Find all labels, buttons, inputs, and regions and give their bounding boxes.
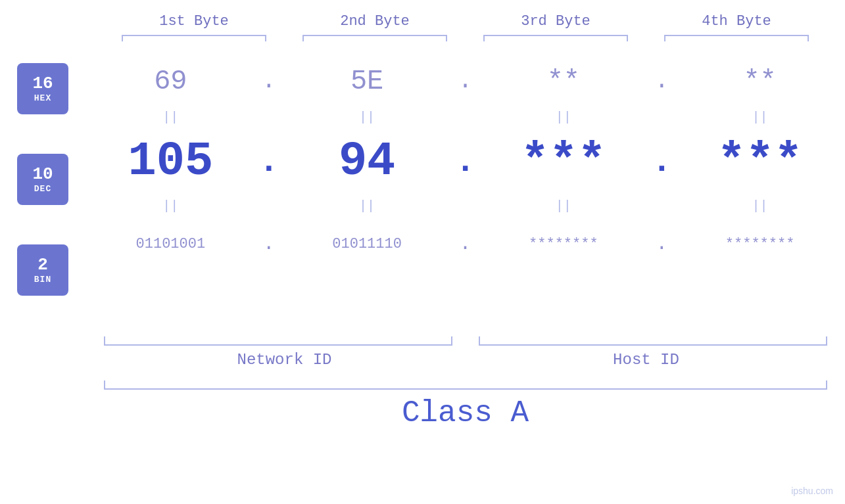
equals-2: || [282, 110, 452, 125]
equals-7: || [479, 198, 649, 214]
dec-cell-3: *** [479, 135, 649, 189]
bin-cell-4: ******** [675, 236, 845, 252]
dec-val-4: *** [717, 135, 803, 189]
main-container: 1st Byte 2nd Byte 3rd Byte 4th Byte 16 H… [0, 0, 845, 504]
hex-dot-2: . [452, 68, 479, 95]
byte-header-1: 1st Byte [104, 13, 285, 30]
bin-dot-2: . [452, 233, 479, 255]
dec-val-1: 105 [128, 135, 214, 189]
dec-val-3: *** [521, 135, 606, 189]
equals-6: || [282, 198, 452, 214]
hex-row: 69 . 5E . ** . ** [85, 57, 845, 106]
byte-headers: 1st Byte 2nd Byte 3rd Byte 4th Byte [104, 13, 827, 30]
dec-cell-1: 105 [85, 135, 256, 189]
bin-val-2: 01011110 [332, 236, 402, 252]
dec-dot-2: . [452, 143, 479, 181]
bin-dot-1: . [256, 233, 282, 255]
bracket-labels-area: Network ID Host ID Class A [104, 336, 827, 430]
dec-val-2: 94 [339, 135, 395, 189]
dec-cell-4: *** [675, 135, 845, 189]
host-bracket-line [479, 336, 827, 346]
dec-dot-1: . [256, 143, 282, 181]
dec-cell-2: 94 [282, 135, 452, 189]
bin-row: 01101001 . 01011110 . ******** . *******… [85, 218, 845, 270]
bin-cell-1: 01101001 [85, 236, 256, 252]
bin-cell-3: ******** [479, 236, 649, 252]
equals-5: || [85, 198, 256, 214]
byte-header-3: 3rd Byte [466, 13, 646, 30]
byte-header-4: 4th Byte [646, 13, 827, 30]
hex-badge-num: 16 [32, 74, 53, 93]
bin-badge-label: BIN [34, 275, 51, 285]
bracket-gap [452, 336, 479, 346]
equals-4: || [675, 110, 845, 125]
bracket-line-3 [483, 35, 628, 41]
values-grid: 69 . 5E . ** . ** || || [85, 57, 845, 275]
hex-cell-1: 69 [85, 66, 256, 97]
class-label: Class A [104, 396, 827, 430]
hex-cell-3: ** [479, 66, 649, 97]
dec-badge: 10 DEC [17, 154, 68, 205]
bin-badge-num: 2 [37, 256, 48, 275]
bottom-brackets-container [104, 336, 827, 346]
bin-dot-3: . [648, 233, 675, 255]
bracket-line-2 [302, 35, 447, 41]
content-area: 16 HEX 10 DEC 2 BIN 69 . 5E [0, 57, 845, 335]
bracket-2 [285, 35, 466, 47]
hex-badge-label: HEX [34, 93, 51, 103]
network-host-labels: Network ID Host ID [104, 351, 827, 369]
host-id-label: Host ID [466, 351, 827, 369]
bracket-3 [466, 35, 646, 47]
bin-badge: 2 BIN [17, 244, 68, 296]
overall-bracket-line [104, 380, 827, 390]
network-id-label: Network ID [104, 351, 466, 369]
hex-val-3: ** [547, 66, 580, 97]
dec-dot-3: . [648, 143, 675, 181]
bracket-line-1 [122, 35, 266, 41]
hex-cell-2: 5E [282, 66, 452, 97]
bracket-1 [104, 35, 285, 47]
equals-1: || [85, 110, 256, 125]
bracket-line-4 [664, 35, 809, 41]
hex-badge: 16 HEX [17, 63, 68, 114]
hex-val-1: 69 [154, 66, 187, 97]
dec-row: 105 . 94 . *** . *** [85, 129, 845, 195]
hex-dot-1: . [256, 68, 282, 95]
equals-row-2: || || || || [85, 195, 845, 218]
bracket-4 [646, 35, 827, 47]
bin-cell-2: 01011110 [282, 236, 452, 252]
watermark: ipshu.com [791, 486, 833, 496]
top-brackets [104, 35, 827, 47]
byte-header-2: 2nd Byte [285, 13, 466, 30]
network-bracket-line [104, 336, 452, 346]
equals-row-1: || || || || [85, 106, 845, 129]
dec-badge-label: DEC [34, 184, 51, 194]
bin-val-4: ******** [725, 236, 795, 252]
equals-8: || [675, 198, 845, 214]
hex-dot-3: . [648, 68, 675, 95]
badges-column: 16 HEX 10 DEC 2 BIN [0, 57, 85, 335]
bin-val-3: ******** [529, 236, 598, 252]
hex-val-4: ** [743, 66, 776, 97]
equals-3: || [479, 110, 649, 125]
hex-cell-4: ** [675, 66, 845, 97]
hex-val-2: 5E [350, 66, 383, 97]
bin-val-1: 01101001 [136, 236, 206, 252]
dec-badge-num: 10 [32, 165, 53, 184]
